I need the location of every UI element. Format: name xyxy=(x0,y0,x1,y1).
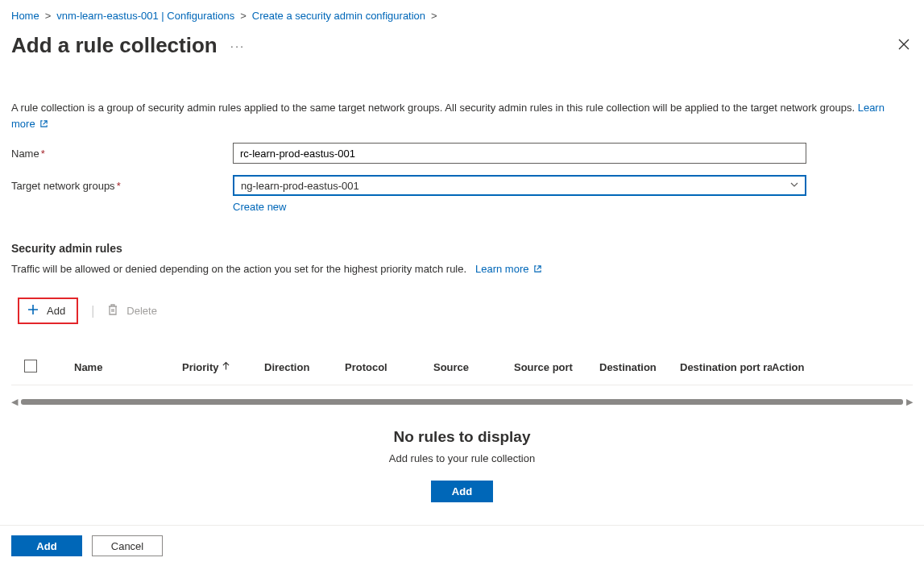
breadcrumb-create-config[interactable]: Create a security admin configuration xyxy=(252,10,425,22)
breadcrumb: Home > vnm-learn-eastus-001 | Configurat… xyxy=(11,10,913,22)
empty-state-subtitle: Add rules to your rule collection xyxy=(11,452,913,464)
breadcrumb-sep: > xyxy=(45,10,52,22)
close-button[interactable] xyxy=(895,35,913,56)
col-destination-ranges[interactable]: Destination port ranges xyxy=(680,361,772,373)
col-protocol[interactable]: Protocol xyxy=(345,361,433,373)
chevron-down-icon xyxy=(789,180,799,192)
rules-learn-more-link[interactable]: Learn more xyxy=(472,263,542,275)
page-title: Add a rule collection xyxy=(11,33,218,58)
rules-table: Name Priority Direction Protocol Source … xyxy=(11,352,913,502)
more-actions-icon[interactable]: ··· xyxy=(230,39,246,52)
col-name[interactable]: Name xyxy=(74,361,182,373)
target-groups-select[interactable]: ng-learn-prod-eastus-001 xyxy=(233,175,806,196)
external-link-icon xyxy=(532,263,542,275)
col-source[interactable]: Source xyxy=(433,361,514,373)
sort-asc-icon xyxy=(222,361,230,373)
col-priority[interactable]: Priority xyxy=(182,361,264,373)
footer-cancel-button[interactable]: Cancel xyxy=(92,535,163,556)
create-new-link[interactable]: Create new xyxy=(233,201,286,213)
footer-add-button[interactable]: Add xyxy=(11,535,82,556)
empty-add-button[interactable]: Add xyxy=(431,481,493,502)
col-source-port[interactable]: Source port xyxy=(514,361,599,373)
name-label: Name* xyxy=(11,143,233,160)
trash-icon xyxy=(107,303,118,318)
scroll-left-icon[interactable]: ◀ xyxy=(11,397,18,407)
target-groups-label: Target network groups* xyxy=(11,175,233,192)
select-all-checkbox[interactable] xyxy=(24,360,37,372)
target-groups-value: ng-learn-prod-eastus-001 xyxy=(241,180,789,192)
add-rule-button[interactable]: Add xyxy=(18,298,78,324)
col-destination[interactable]: Destination xyxy=(599,361,680,373)
scrollbar-track[interactable] xyxy=(21,399,903,405)
rules-subtext: Traffic will be allowed or denied depend… xyxy=(11,263,913,275)
delete-rule-button: Delete xyxy=(107,303,157,318)
name-input[interactable] xyxy=(233,143,806,164)
plus-icon xyxy=(27,304,39,318)
horizontal-scrollbar[interactable]: ◀ ▶ xyxy=(11,397,913,407)
footer: Add Cancel xyxy=(0,525,924,566)
rules-heading: Security admin rules xyxy=(11,242,913,255)
description-text: A rule collection is a group of security… xyxy=(11,102,855,114)
external-link-icon xyxy=(38,118,48,130)
breadcrumb-sep: > xyxy=(240,10,247,22)
scroll-right-icon[interactable]: ▶ xyxy=(906,397,913,407)
empty-state-title: No rules to display xyxy=(11,428,913,446)
breadcrumb-sep: > xyxy=(431,10,437,22)
close-icon xyxy=(898,39,909,50)
breadcrumb-home[interactable]: Home xyxy=(11,10,39,22)
col-direction[interactable]: Direction xyxy=(264,361,345,373)
col-action[interactable]: Action xyxy=(772,361,836,373)
toolbar-separator: | xyxy=(91,304,94,318)
breadcrumb-configurations[interactable]: vnm-learn-eastus-001 | Configurations xyxy=(56,10,234,22)
description: A rule collection is a group of security… xyxy=(11,100,909,131)
